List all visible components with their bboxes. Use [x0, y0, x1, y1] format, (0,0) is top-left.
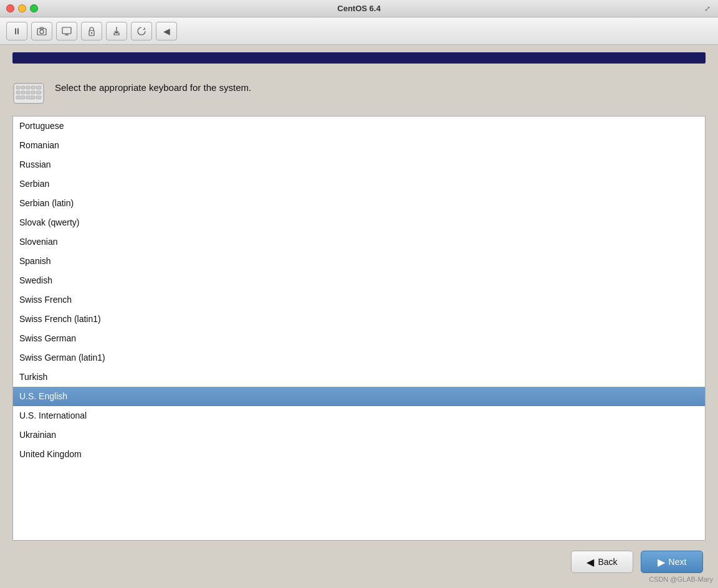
list-item[interactable]: U.S. International: [13, 406, 705, 425]
list-item[interactable]: United Kingdom: [13, 445, 705, 464]
svg-rect-12: [31, 86, 35, 89]
snapshot-button[interactable]: [31, 22, 52, 40]
svg-rect-10: [21, 86, 25, 89]
list-item[interactable]: Swiss German (latin1): [13, 348, 705, 368]
monitor-button[interactable]: [56, 22, 77, 40]
svg-rect-14: [16, 91, 20, 94]
expand-icon[interactable]: ⤢: [704, 4, 711, 13]
lock-button[interactable]: [81, 22, 102, 40]
svg-point-1: [40, 30, 44, 34]
main-content: Select the appropriate keyboard for the …: [0, 69, 718, 588]
next-button[interactable]: ▶ Next: [641, 551, 703, 573]
recycle-button[interactable]: [131, 22, 152, 40]
list-item[interactable]: Swedish: [13, 271, 705, 290]
list-item[interactable]: Slovak (qwerty): [13, 213, 705, 232]
keyboard-icon: [12, 78, 45, 106]
list-item[interactable]: Spanish: [13, 252, 705, 271]
svg-rect-16: [26, 91, 30, 94]
window-title: CentOS 6.4: [337, 4, 380, 13]
list-item[interactable]: Swiss French (latin1): [13, 310, 705, 329]
next-arrow-icon: ▶: [658, 556, 665, 568]
list-item[interactable]: Swiss German: [13, 329, 705, 348]
svg-rect-18: [36, 91, 41, 94]
header-section: Select the appropriate keyboard for the …: [12, 78, 706, 106]
close-button[interactable]: [6, 4, 14, 12]
bottom-section: ◀ Back ▶ Next: [12, 551, 706, 576]
svg-rect-13: [36, 86, 41, 89]
minimize-button[interactable]: [18, 4, 26, 12]
svg-rect-9: [16, 86, 20, 89]
back-button[interactable]: ◀ Back: [571, 551, 633, 573]
svg-rect-19: [16, 96, 25, 99]
list-item[interactable]: U.S. English: [13, 387, 705, 406]
header-instruction: Select the appropriate keyboard for the …: [55, 78, 251, 95]
usb-button[interactable]: [106, 22, 127, 40]
svg-rect-20: [26, 96, 35, 99]
svg-point-7: [91, 32, 92, 33]
toolbar: ⏸ ◀: [0, 17, 718, 45]
collapse-button[interactable]: ◀: [156, 22, 177, 40]
back-arrow-icon: ◀: [586, 556, 594, 568]
list-item[interactable]: Turkish: [13, 368, 705, 387]
svg-rect-11: [26, 86, 30, 89]
keyboard-list[interactable]: PortugueseRomanianRussianSerbianSerbian …: [13, 116, 705, 540]
progress-fill: [12, 52, 706, 64]
svg-rect-3: [62, 27, 71, 34]
list-item[interactable]: Russian: [13, 155, 705, 174]
svg-rect-15: [21, 91, 25, 94]
svg-rect-21: [36, 96, 41, 99]
title-bar: CentOS 6.4 ⤢: [0, 0, 718, 17]
list-item[interactable]: Ukrainian: [13, 425, 705, 445]
list-item[interactable]: Portuguese: [13, 116, 705, 136]
progress-bar: [12, 52, 706, 64]
list-container: PortugueseRomanianRussianSerbianSerbian …: [12, 116, 706, 541]
watermark: CSDN @GLAB-Mary: [649, 576, 713, 583]
list-item[interactable]: Romanian: [13, 136, 705, 155]
next-label: Next: [669, 557, 687, 567]
pause-button[interactable]: ⏸: [6, 22, 27, 40]
maximize-button[interactable]: [30, 4, 38, 12]
list-item[interactable]: Slovenian: [13, 232, 705, 252]
list-item[interactable]: Swiss French: [13, 290, 705, 310]
list-item[interactable]: Serbian (latin): [13, 194, 705, 213]
svg-rect-17: [31, 91, 35, 94]
window-controls: [6, 4, 38, 12]
progress-area: [0, 45, 718, 69]
list-item[interactable]: Serbian: [13, 174, 705, 194]
back-label: Back: [598, 557, 617, 567]
